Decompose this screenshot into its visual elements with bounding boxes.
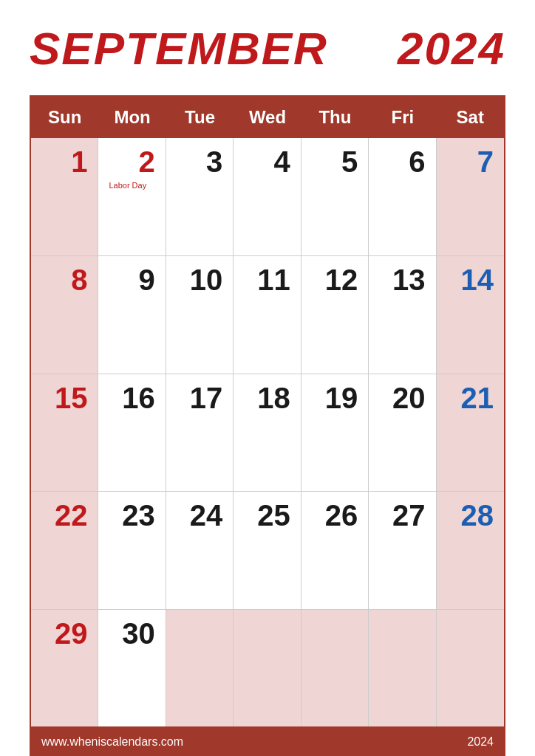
footer-year: 2024	[467, 735, 494, 749]
day-number-6: 6	[379, 145, 425, 178]
day-8: 8	[31, 256, 98, 373]
day-5: 5	[301, 138, 369, 255]
day-empty-4	[369, 610, 436, 726]
header-wed: Wed	[234, 97, 301, 138]
day-empty-1	[166, 610, 234, 726]
day-22: 22	[31, 492, 98, 608]
day-number-4: 4	[244, 145, 290, 178]
day-13: 13	[369, 256, 436, 373]
header-sun: Sun	[31, 97, 98, 138]
day-20: 20	[369, 374, 436, 491]
day-10: 10	[166, 256, 234, 373]
day-number-9: 9	[109, 264, 154, 296]
day-26: 26	[301, 492, 369, 608]
day-empty-3	[301, 610, 369, 726]
day-number-20: 20	[379, 382, 425, 414]
header-mon: Mon	[98, 97, 166, 138]
day-29: 29	[31, 610, 98, 726]
day-18: 18	[234, 374, 301, 491]
day-number-30: 30	[109, 617, 154, 650]
day-9: 9	[98, 256, 166, 373]
day-number-23: 23	[109, 499, 154, 532]
day-24: 24	[166, 492, 234, 608]
day-21: 21	[437, 374, 504, 491]
day-number-26: 26	[312, 499, 358, 532]
day-number-2: 2	[109, 145, 154, 178]
day-1: 1	[31, 138, 98, 255]
day-6: 6	[369, 138, 436, 255]
day-number-29: 29	[41, 617, 87, 650]
day-14: 14	[437, 256, 504, 373]
day-number-13: 13	[379, 264, 425, 296]
day-number-25: 25	[244, 499, 290, 532]
day-7: 7	[437, 138, 504, 255]
day-number-24: 24	[177, 499, 222, 532]
year-title: 2024	[398, 22, 505, 75]
day-number-7: 7	[447, 145, 494, 178]
header-tue: Tue	[166, 97, 234, 138]
day-2: 2 Labor Day	[98, 138, 166, 255]
day-19: 19	[301, 374, 369, 491]
day-30: 30	[98, 610, 166, 726]
day-empty-5	[437, 610, 504, 726]
day-15: 15	[31, 374, 98, 491]
day-16: 16	[98, 374, 166, 491]
day-number-19: 19	[312, 382, 358, 414]
footer-url: www.wheniscalendars.com	[41, 735, 183, 749]
calendar-page: SEPTEMBER 2024 Sun Mon Tue Wed Thu Fri S…	[0, 0, 535, 756]
day-headers-row: Sun Mon Tue Wed Thu Fri Sat	[31, 97, 504, 138]
day-number-18: 18	[244, 382, 290, 414]
month-title: SEPTEMBER	[30, 22, 328, 75]
day-number-17: 17	[177, 382, 222, 414]
day-number-10: 10	[177, 264, 222, 296]
day-number-16: 16	[109, 382, 154, 414]
week-4: 22 23 24 25 26 27 28	[31, 491, 504, 608]
day-23: 23	[98, 492, 166, 608]
week-2: 8 9 10 11 12 13 14	[31, 255, 504, 373]
day-25: 25	[234, 492, 301, 608]
header-fri: Fri	[369, 97, 436, 138]
day-28: 28	[437, 492, 504, 608]
labor-day-label: Labor Day	[109, 181, 154, 190]
day-11: 11	[234, 256, 301, 373]
day-3: 3	[166, 138, 234, 255]
day-number-28: 28	[447, 499, 494, 532]
day-number-21: 21	[447, 382, 494, 414]
day-12: 12	[301, 256, 369, 373]
week-3: 15 16 17 18 19 20 21	[31, 374, 504, 491]
day-number-11: 11	[244, 264, 290, 296]
day-4: 4	[234, 138, 301, 255]
day-27: 27	[369, 492, 436, 608]
day-number-5: 5	[312, 145, 358, 178]
week-1: 1 2 Labor Day 3 4 5 6	[31, 138, 504, 255]
day-17: 17	[166, 374, 234, 491]
day-number-15: 15	[41, 382, 87, 414]
day-number-27: 27	[379, 499, 425, 532]
day-number-1: 1	[41, 145, 87, 178]
day-number-8: 8	[41, 264, 87, 296]
day-number-14: 14	[447, 264, 494, 296]
day-number-22: 22	[41, 499, 87, 532]
day-number-3: 3	[177, 145, 222, 178]
day-number-12: 12	[312, 264, 358, 296]
week-5: 29 30	[31, 609, 504, 726]
header-sat: Sat	[437, 97, 504, 138]
calendar-body: 1 2 Labor Day 3 4 5 6	[31, 138, 504, 726]
calendar-header: SEPTEMBER 2024	[30, 22, 505, 75]
footer: www.wheniscalendars.com 2024	[30, 728, 505, 756]
calendar-grid: Sun Mon Tue Wed Thu Fri Sat 1 2 Labor Da…	[30, 95, 505, 728]
header-thu: Thu	[301, 97, 369, 138]
day-empty-2	[234, 610, 301, 726]
